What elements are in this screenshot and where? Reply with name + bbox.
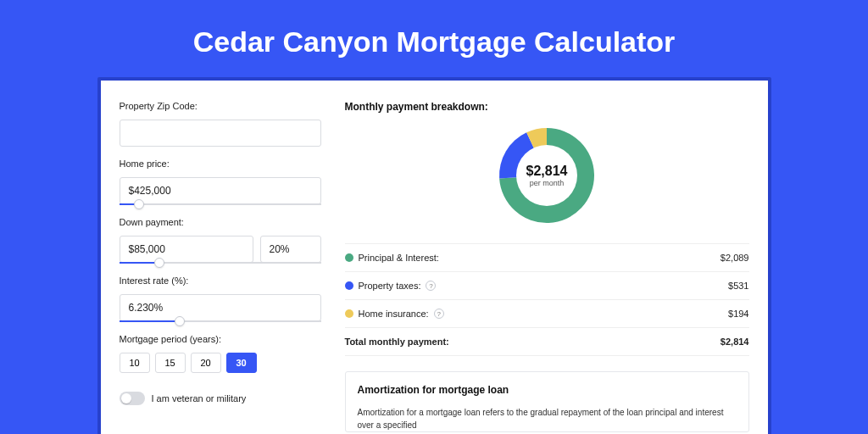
amortization-section: Amortization for mortgage loan Amortizat… <box>345 371 749 432</box>
zip-input[interactable] <box>120 120 321 147</box>
down-payment-slider-fill <box>120 262 160 264</box>
donut-center: $2,814 per month <box>496 125 598 226</box>
breakdown-row-value: $194 <box>728 309 748 319</box>
period-button-20[interactable]: 20 <box>191 353 221 373</box>
down-payment-input[interactable] <box>120 236 253 263</box>
period-options: 10152030 <box>120 353 321 373</box>
interest-input[interactable] <box>120 294 321 321</box>
interest-group: Interest rate (%): <box>120 275 321 322</box>
breakdown-row-label: Home insurance: <box>359 309 429 319</box>
legend-dot-icon <box>345 281 353 290</box>
amortization-text: Amortization for a mortgage loan refers … <box>358 406 737 431</box>
breakdown-row-left: Home insurance:? <box>345 309 444 319</box>
period-button-15[interactable]: 15 <box>155 353 186 373</box>
interest-slider-thumb[interactable] <box>175 316 185 326</box>
period-button-30[interactable]: 30 <box>226 353 257 373</box>
breakdown-total-value: $2,814 <box>721 337 749 347</box>
down-payment-pct-input[interactable] <box>260 236 321 263</box>
veteran-toggle[interactable] <box>120 392 145 405</box>
period-button-10[interactable]: 10 <box>120 353 150 373</box>
interest-slider[interactable] <box>120 320 321 322</box>
breakdown-total-label: Total monthly payment: <box>345 337 449 347</box>
donut-chart: $2,814 per month <box>496 125 598 226</box>
veteran-toggle-row: I am veteran or military <box>120 392 321 405</box>
breakdown-row: Principal & Interest:$2,089 <box>345 244 749 272</box>
home-price-slider-thumb[interactable] <box>134 199 144 209</box>
zip-label: Property Zip Code: <box>120 101 321 111</box>
calculator-card: Property Zip Code: Home price: Down paym… <box>101 81 768 434</box>
calculator-card-wrap: Property Zip Code: Home price: Down paym… <box>97 77 771 434</box>
breakdown-title: Monthly payment breakdown: <box>345 101 749 113</box>
help-icon[interactable]: ? <box>434 309 444 319</box>
period-group: Mortgage period (years): 10152030 <box>120 334 321 373</box>
breakdown-row-left: Principal & Interest: <box>345 253 439 263</box>
down-payment-label: Down payment: <box>120 217 321 227</box>
interest-slider-fill <box>120 320 180 322</box>
down-payment-slider[interactable] <box>120 262 321 264</box>
period-label: Mortgage period (years): <box>120 334 321 344</box>
legend-dot-icon <box>345 309 353 318</box>
down-payment-group: Down payment: <box>120 217 321 264</box>
home-price-label: Home price: <box>120 159 321 169</box>
page-title: Cedar Canyon Mortgage Calculator <box>0 0 868 77</box>
breakdown-total-row: Total monthly payment:$2,814 <box>345 328 749 356</box>
legend-dot-icon <box>345 253 353 262</box>
breakdown-row: Property taxes:?$531 <box>345 272 749 300</box>
breakdown-row-label: Principal & Interest: <box>359 253 439 263</box>
donut-sub: per month <box>530 179 565 187</box>
breakdown-row-label: Property taxes: <box>359 281 421 291</box>
breakdown-row: Home insurance:?$194 <box>345 300 749 328</box>
donut-chart-wrap: $2,814 per month <box>345 125 749 226</box>
breakdown-panel: Monthly payment breakdown: $2,814 per mo… <box>345 101 749 432</box>
home-price-slider[interactable] <box>120 203 321 205</box>
breakdown-row-value: $2,089 <box>721 253 749 263</box>
down-payment-slider-thumb[interactable] <box>154 258 164 268</box>
breakdown-row-value: $531 <box>728 281 748 291</box>
veteran-toggle-knob <box>121 393 131 403</box>
home-price-input[interactable] <box>120 177 321 204</box>
breakdown-row-left: Property taxes:? <box>345 281 437 291</box>
interest-label: Interest rate (%): <box>120 275 321 286</box>
home-price-group: Home price: <box>120 159 321 205</box>
breakdown-rows: Principal & Interest:$2,089Property taxe… <box>345 243 749 356</box>
amortization-title: Amortization for mortgage loan <box>358 384 737 396</box>
help-icon[interactable]: ? <box>426 281 436 291</box>
form-panel: Property Zip Code: Home price: Down paym… <box>120 101 321 432</box>
veteran-toggle-label: I am veteran or military <box>152 393 247 403</box>
down-payment-row <box>120 236 321 263</box>
zip-group: Property Zip Code: <box>120 101 321 147</box>
donut-amount: $2,814 <box>526 164 568 179</box>
